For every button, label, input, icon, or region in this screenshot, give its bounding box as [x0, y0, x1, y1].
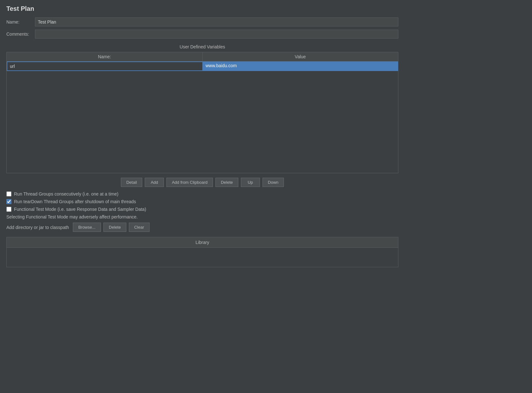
classpath-delete-button[interactable]: Delete [103, 223, 126, 232]
classpath-label: Add directory or jar to classpath [6, 225, 69, 230]
notice-text: Selecting Functional Test Mode may adver… [6, 214, 398, 219]
up-button[interactable]: Up [241, 178, 260, 187]
clear-button[interactable]: Clear [129, 223, 150, 232]
name-row: Name: [6, 18, 398, 26]
variables-table: Name: Value url www.baidu.com [6, 52, 398, 173]
library-header: Library [7, 237, 398, 248]
variables-section-title: User Defined Variables [6, 44, 398, 49]
table-row[interactable]: url www.baidu.com [7, 61, 398, 71]
library-section: Library [6, 237, 398, 267]
detail-button[interactable]: Detail [121, 178, 142, 187]
page-title: Test Plan [6, 5, 398, 12]
action-buttons-row: Detail Add Add from Clipboard Delete Up … [6, 178, 398, 187]
library-body [7, 248, 398, 267]
variables-table-body[interactable]: url www.baidu.com [7, 61, 398, 173]
functional-test-row: Functional Test Mode (i.e. save Response… [6, 207, 398, 212]
run-teardown-checkbox[interactable] [6, 199, 11, 204]
name-label: Name: [6, 19, 35, 25]
run-teardown-row: Run tearDown Thread Groups after shutdow… [6, 199, 398, 204]
run-thread-groups-label: Run Thread Groups consecutively (i.e. on… [14, 191, 118, 196]
cell-value: www.baidu.com [203, 61, 398, 71]
functional-test-label: Functional Test Mode (i.e. save Response… [14, 207, 146, 212]
delete-button[interactable]: Delete [215, 178, 238, 187]
comments-input[interactable] [35, 30, 398, 39]
down-button[interactable]: Down [262, 178, 284, 187]
cell-name: url [7, 61, 203, 71]
comments-row: Comments: [6, 30, 398, 39]
add-from-clipboard-button[interactable]: Add from Clipboard [166, 178, 213, 187]
run-thread-groups-checkbox[interactable] [6, 191, 11, 196]
variables-table-header: Name: Value [7, 52, 398, 61]
run-teardown-label: Run tearDown Thread Groups after shutdow… [14, 199, 136, 204]
run-thread-groups-row: Run Thread Groups consecutively (i.e. on… [6, 191, 398, 196]
functional-test-checkbox[interactable] [6, 207, 11, 212]
browse-button[interactable]: Browse... [73, 223, 101, 232]
add-button[interactable]: Add [145, 178, 164, 187]
comments-label: Comments: [6, 32, 35, 37]
name-input[interactable] [35, 18, 398, 26]
col-header-value: Value [203, 52, 398, 61]
classpath-row: Add directory or jar to classpath Browse… [6, 223, 398, 232]
col-header-name: Name: [7, 52, 203, 61]
